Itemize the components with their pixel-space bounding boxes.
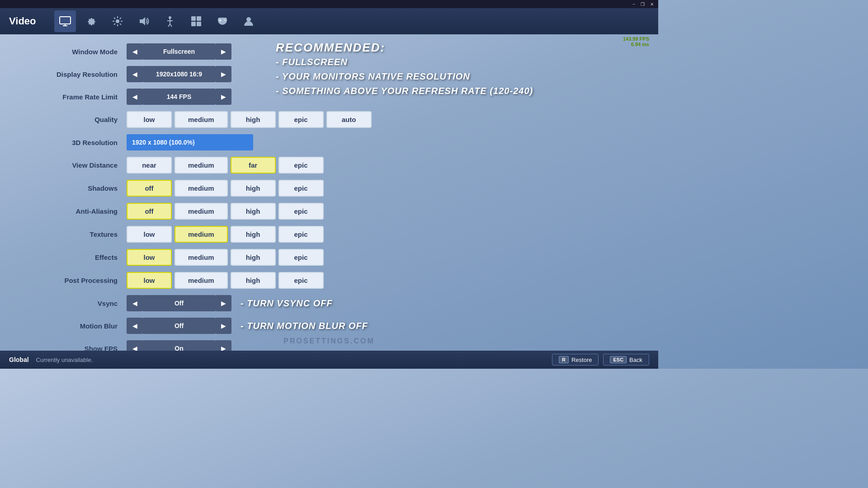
svg-rect-21 [197, 22, 201, 26]
shadows-row: Shadows off medium high epic [27, 180, 631, 197]
nav-icon-audio[interactable] [133, 10, 155, 32]
quality-high[interactable]: high [231, 111, 276, 128]
display-resolution-next[interactable]: ▶ [215, 66, 231, 82]
motion-blur-prev[interactable]: ◀ [127, 318, 143, 334]
frame-rate-value: 144 FPS [143, 89, 215, 105]
motion-blur-note: - TURN MOTION BLUR OFF [241, 321, 368, 331]
textures-high[interactable]: high [231, 226, 276, 243]
quality-row: Quality low medium high epic auto [27, 111, 631, 128]
svg-point-13 [169, 16, 171, 19]
quality-low[interactable]: low [127, 111, 172, 128]
aa-medium[interactable]: medium [175, 203, 228, 220]
svg-line-8 [114, 18, 115, 19]
aa-off[interactable]: off [127, 203, 172, 220]
frame-rate-label: Frame Rate Limit [27, 93, 127, 101]
window-mode-prev[interactable]: ◀ [127, 43, 143, 60]
frame-rate-next[interactable]: ▶ [215, 89, 231, 105]
svg-marker-12 [140, 17, 145, 25]
titlebar: − ❐ ✕ [0, 0, 658, 8]
show-fps-label: Show FPS [27, 345, 127, 351]
textures-low[interactable]: low [127, 226, 172, 243]
view-distance-row: View Distance near medium far epic [27, 157, 631, 174]
shadows-medium[interactable]: medium [175, 180, 228, 197]
view-distance-near[interactable]: near [127, 157, 172, 174]
shadows-high[interactable]: high [231, 180, 276, 197]
back-label: Back [629, 357, 642, 363]
view-distance-epic[interactable]: epic [278, 157, 324, 174]
global-label: Global [9, 356, 29, 363]
close-button[interactable]: ✕ [647, 2, 656, 7]
aa-epic[interactable]: epic [278, 203, 324, 220]
vsync-next[interactable]: ▶ [215, 295, 231, 311]
quality-epic[interactable]: epic [278, 111, 324, 128]
textures-label: Textures [27, 230, 127, 238]
motion-blur-label: Motion Blur [27, 322, 127, 330]
quality-medium[interactable]: medium [175, 111, 228, 128]
show-fps-next[interactable]: ▶ [215, 340, 231, 351]
nav-icon-grid[interactable] [185, 10, 207, 32]
motion-blur-value: Off [143, 318, 215, 334]
aa-high[interactable]: high [231, 203, 276, 220]
nav-icon-group [54, 10, 259, 32]
window-mode-next[interactable]: ▶ [215, 43, 231, 60]
view-distance-options: near medium far epic [127, 157, 324, 174]
show-fps-value: On [143, 340, 215, 351]
show-fps-prev[interactable]: ◀ [127, 340, 143, 351]
effects-row: Effects low medium high epic [27, 249, 631, 266]
vsync-prev[interactable]: ◀ [127, 295, 143, 311]
effects-low[interactable]: low [127, 249, 172, 266]
show-fps-control: ◀ On ▶ [127, 340, 231, 351]
vsync-row: Vsync ◀ Off ▶ - TURN VSYNC OFF [27, 295, 631, 311]
anti-aliasing-options: off medium high epic [127, 203, 324, 220]
shadows-epic[interactable]: epic [278, 180, 324, 197]
quality-auto[interactable]: auto [326, 111, 372, 128]
effects-high[interactable]: high [231, 249, 276, 266]
nav-icon-video[interactable] [54, 10, 76, 32]
effects-epic[interactable]: epic [278, 249, 324, 266]
back-button[interactable]: ESC Back [603, 354, 649, 366]
textures-epic[interactable]: epic [278, 226, 324, 243]
3d-resolution-row: 3D Resolution 868 x 488 (100.0%) [27, 134, 631, 150]
svg-line-11 [114, 23, 115, 25]
quality-options: low medium high epic auto [127, 111, 372, 128]
nav-icon-controller[interactable] [212, 10, 233, 32]
nav-icon-brightness[interactable] [107, 10, 128, 32]
anti-aliasing-label: Anti-Aliasing [27, 207, 127, 215]
textures-medium[interactable]: medium [175, 226, 228, 243]
window-mode-row: Window Mode ◀ Fullscreen ▶ [27, 43, 631, 60]
nav-icon-accessibility[interactable] [159, 10, 181, 32]
effects-options: low medium high epic [127, 249, 324, 266]
shadows-off[interactable]: off [127, 180, 172, 197]
frame-rate-prev[interactable]: ◀ [127, 89, 143, 105]
textures-options: low medium high epic [127, 226, 324, 243]
window-mode-label: Window Mode [27, 48, 127, 56]
effects-medium[interactable]: medium [175, 249, 228, 266]
pp-medium[interactable]: medium [175, 272, 228, 289]
pp-low[interactable]: low [127, 272, 172, 289]
display-resolution-control: ◀ 868x488 16:9 ▶ [127, 66, 231, 82]
shadows-options: off medium high epic [127, 180, 324, 197]
display-resolution-prev[interactable]: ◀ [127, 66, 143, 82]
pp-epic[interactable]: epic [278, 272, 324, 289]
svg-rect-0 [60, 17, 71, 24]
back-key: ESC [610, 356, 627, 363]
svg-line-17 [170, 24, 172, 27]
restore-button[interactable]: R Restore [552, 354, 599, 366]
restore-button[interactable]: ❐ [638, 2, 647, 7]
display-resolution-row: Display Resolution ◀ 868x488 16:9 ▶ [27, 66, 631, 82]
restore-key: R [559, 356, 569, 363]
pp-high[interactable]: high [231, 272, 276, 289]
view-distance-medium[interactable]: medium [175, 157, 228, 174]
3d-resolution-dropdown[interactable]: 868 x 488 (100.0%) [127, 134, 253, 150]
svg-rect-20 [191, 22, 196, 26]
nav-icon-settings[interactable] [80, 10, 102, 32]
svg-line-9 [120, 23, 121, 25]
view-distance-far[interactable]: far [231, 157, 276, 174]
anti-aliasing-row: Anti-Aliasing off medium high epic [27, 203, 631, 220]
shadows-label: Shadows [27, 184, 127, 192]
nav-icon-account[interactable] [238, 10, 259, 32]
minimize-button[interactable]: − [630, 2, 638, 7]
svg-rect-19 [197, 16, 201, 21]
motion-blur-next[interactable]: ▶ [215, 318, 231, 334]
post-processing-options: low medium high epic [127, 272, 324, 289]
